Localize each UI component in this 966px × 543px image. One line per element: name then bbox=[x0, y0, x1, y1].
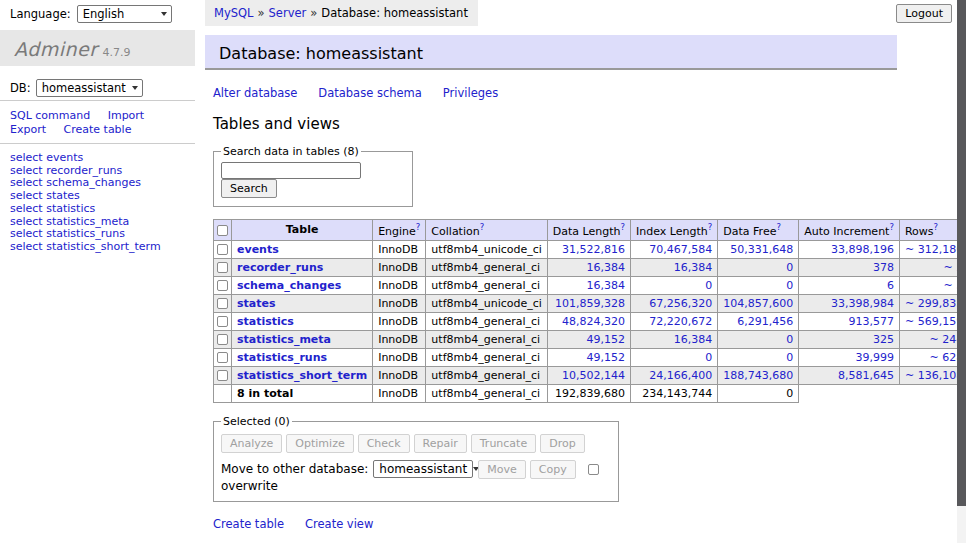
cell-rows-link[interactable]: ~ 312,180 bbox=[905, 243, 963, 256]
table-link-events[interactable]: events bbox=[46, 151, 83, 164]
cell-data-length-link[interactable]: 31,522,816 bbox=[562, 243, 625, 256]
select-link[interactable]: select bbox=[10, 240, 43, 253]
table-link-recorder_runs[interactable]: recorder_runs bbox=[46, 164, 122, 177]
select-link[interactable]: select bbox=[10, 176, 43, 189]
link-privileges[interactable]: Privileges bbox=[443, 86, 498, 100]
help-link[interactable]: ? bbox=[889, 222, 894, 232]
table-name-link-schema_changes[interactable]: schema_changes bbox=[237, 279, 341, 292]
cell-data-length-link[interactable]: 10,502,144 bbox=[562, 369, 625, 382]
cell-index-length-link[interactable]: 72,220,672 bbox=[649, 315, 712, 328]
scrollbar-thumb[interactable] bbox=[957, 0, 966, 506]
cell-rows-link[interactable]: ~ 569,159 bbox=[905, 315, 963, 328]
cell-index-length-link[interactable]: 24,166,400 bbox=[649, 369, 712, 382]
table-link-statistics_runs[interactable]: statistics_runs bbox=[46, 227, 125, 240]
link-create-view[interactable]: Create view bbox=[305, 517, 373, 531]
select-link[interactable]: select bbox=[10, 215, 43, 228]
cell-data-free-link[interactable]: 0 bbox=[786, 261, 793, 274]
sidebar-link-export[interactable]: Export bbox=[10, 123, 46, 136]
link-database-schema[interactable]: Database schema bbox=[318, 86, 421, 100]
row-checkbox[interactable] bbox=[217, 244, 228, 255]
link-create-table[interactable]: Create table bbox=[213, 517, 284, 531]
sidebar-link-sql-command[interactable]: SQL command bbox=[10, 109, 90, 122]
row-checkbox[interactable] bbox=[217, 352, 228, 363]
move-button[interactable]: Move bbox=[478, 460, 526, 479]
cell-data-free-link[interactable]: 0 bbox=[786, 333, 793, 346]
row-checkbox[interactable] bbox=[217, 334, 228, 345]
cell-data-free-link[interactable]: 0 bbox=[786, 279, 793, 292]
table-name-link-recorder_runs[interactable]: recorder_runs bbox=[237, 261, 323, 274]
repair-button[interactable]: Repair bbox=[414, 434, 467, 453]
cell-auto-increment-link[interactable]: 33,398,984 bbox=[831, 297, 894, 310]
select-link[interactable]: select bbox=[10, 227, 43, 240]
check-button[interactable]: Check bbox=[358, 434, 410, 453]
table-name-link-states[interactable]: states bbox=[237, 297, 276, 310]
link-alter-database[interactable]: Alter database bbox=[213, 86, 297, 100]
cell-data-free-link[interactable]: 6,291,456 bbox=[737, 315, 793, 328]
select-link[interactable]: select bbox=[10, 151, 43, 164]
table-name-link-statistics_short_term[interactable]: statistics_short_term bbox=[237, 369, 367, 382]
help-link[interactable]: ? bbox=[776, 222, 781, 232]
select-link[interactable]: select bbox=[10, 189, 43, 202]
cell-data-length-link[interactable]: 16,384 bbox=[587, 261, 626, 274]
cell-index-length-link[interactable]: 16,384 bbox=[674, 261, 713, 274]
table-name-link-events[interactable]: events bbox=[237, 243, 279, 256]
copy-button[interactable]: Copy bbox=[530, 460, 576, 479]
cell-auto-increment-link[interactable]: 39,999 bbox=[855, 351, 894, 364]
truncate-button[interactable]: Truncate bbox=[471, 434, 536, 453]
table-name-link-statistics_runs[interactable]: statistics_runs bbox=[237, 351, 327, 364]
table-name-link-statistics_meta[interactable]: statistics_meta bbox=[237, 333, 331, 346]
analyze-button[interactable]: Analyze bbox=[221, 434, 282, 453]
cell-auto-increment-link[interactable]: 913,577 bbox=[848, 315, 894, 328]
breadcrumb-link-mysql[interactable]: MySQL bbox=[214, 6, 254, 20]
help-link[interactable]: ? bbox=[416, 222, 421, 232]
table-link-statistics_meta[interactable]: statistics_meta bbox=[46, 215, 129, 228]
cell-index-length-link[interactable]: 0 bbox=[705, 279, 712, 292]
breadcrumb-link-server[interactable]: Server bbox=[269, 6, 307, 20]
cell-index-length-link[interactable]: 70,467,584 bbox=[649, 243, 712, 256]
table-name-link-statistics[interactable]: statistics bbox=[237, 315, 294, 328]
drop-button[interactable]: Drop bbox=[540, 434, 584, 453]
sidebar-link-create-table[interactable]: Create table bbox=[64, 123, 132, 136]
db-select[interactable]: homeassistant bbox=[36, 79, 143, 97]
cell-data-length-link[interactable]: 101,859,328 bbox=[555, 297, 625, 310]
cell-index-length-link[interactable]: 67,256,320 bbox=[649, 297, 712, 310]
row-checkbox[interactable] bbox=[217, 316, 228, 327]
cell-rows-link[interactable]: ~ 136,108 bbox=[905, 369, 963, 382]
row-checkbox[interactable] bbox=[217, 370, 228, 381]
help-link[interactable]: ? bbox=[708, 222, 713, 232]
sidebar-link-import[interactable]: Import bbox=[108, 109, 145, 122]
table-link-states[interactable]: states bbox=[46, 189, 80, 202]
overwrite-checkbox[interactable] bbox=[588, 464, 599, 475]
cell-data-free-link[interactable]: 0 bbox=[786, 351, 793, 364]
cell-auto-increment-link[interactable]: 8,581,645 bbox=[838, 369, 894, 382]
cell-index-length-link[interactable]: 16,384 bbox=[674, 333, 713, 346]
cell-auto-increment-link[interactable]: 378 bbox=[873, 261, 894, 274]
help-link[interactable]: ? bbox=[621, 222, 626, 232]
cell-data-length-link[interactable]: 49,152 bbox=[587, 333, 626, 346]
table-link-schema_changes[interactable]: schema_changes bbox=[46, 176, 141, 189]
help-link[interactable]: ? bbox=[934, 222, 939, 232]
cell-data-length-link[interactable]: 48,824,320 bbox=[562, 315, 625, 328]
select-link[interactable]: select bbox=[10, 202, 43, 215]
select-all-checkbox[interactable] bbox=[217, 225, 228, 236]
move-database-select[interactable]: homeassistant bbox=[373, 460, 473, 478]
cell-rows-link[interactable]: ~ 299,833 bbox=[905, 297, 963, 310]
cell-data-free-link[interactable]: 104,857,600 bbox=[723, 297, 793, 310]
cell-auto-increment-link[interactable]: 6 bbox=[887, 279, 894, 292]
cell-auto-increment-link[interactable]: 325 bbox=[873, 333, 894, 346]
cell-data-length-link[interactable]: 49,152 bbox=[587, 351, 626, 364]
vertical-scrollbar[interactable] bbox=[957, 0, 966, 543]
select-link[interactable]: select bbox=[10, 164, 43, 177]
cell-data-free-link[interactable]: 50,331,648 bbox=[730, 243, 793, 256]
row-checkbox[interactable] bbox=[217, 262, 228, 273]
table-link-statistics_short_term[interactable]: statistics_short_term bbox=[46, 240, 160, 253]
help-link[interactable]: ? bbox=[480, 222, 485, 232]
cell-auto-increment-link[interactable]: 33,898,196 bbox=[831, 243, 894, 256]
search-input[interactable] bbox=[221, 162, 361, 179]
optimize-button[interactable]: Optimize bbox=[286, 434, 353, 453]
search-button[interactable]: Search bbox=[221, 179, 277, 198]
cell-data-length-link[interactable]: 16,384 bbox=[587, 279, 626, 292]
cell-data-free-link[interactable]: 188,743,680 bbox=[723, 369, 793, 382]
table-link-statistics[interactable]: statistics bbox=[46, 202, 95, 215]
row-checkbox[interactable] bbox=[217, 298, 228, 309]
